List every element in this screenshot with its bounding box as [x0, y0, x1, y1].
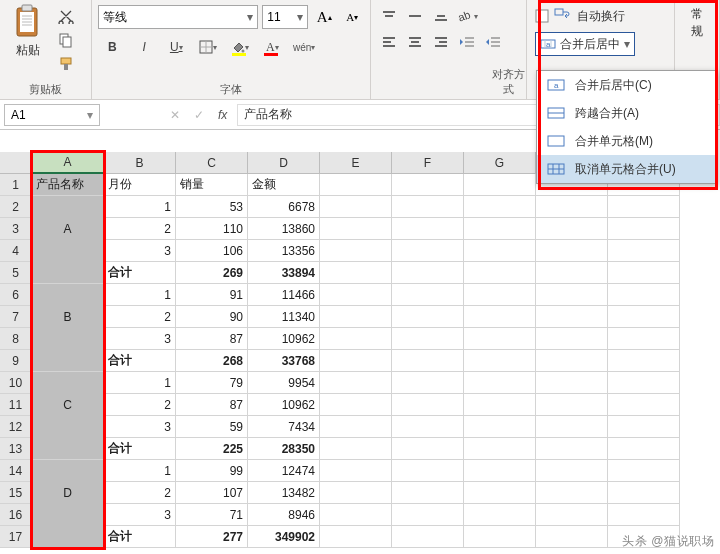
cell[interactable]	[464, 504, 536, 526]
cell[interactable]	[392, 196, 464, 218]
cell[interactable]: 月份	[104, 174, 176, 196]
insert-function-button[interactable]: fx	[218, 108, 227, 122]
border-button[interactable]: ▾	[194, 35, 222, 59]
cell[interactable]	[392, 394, 464, 416]
row-header-6[interactable]: 6	[0, 284, 32, 306]
cell[interactable]: 合计	[104, 350, 176, 372]
cell[interactable]: B	[32, 306, 104, 328]
cell[interactable]	[608, 350, 680, 372]
cell[interactable]	[608, 372, 680, 394]
number-format-select[interactable]: 常规	[681, 4, 713, 42]
row-header-17[interactable]: 17	[0, 526, 32, 548]
cell[interactable]	[320, 394, 392, 416]
cell[interactable]	[464, 438, 536, 460]
underline-button[interactable]: U▾	[162, 35, 190, 59]
row-header-16[interactable]: 16	[0, 504, 32, 526]
cell[interactable]	[320, 416, 392, 438]
row-header-15[interactable]: 15	[0, 482, 32, 504]
cell[interactable]	[464, 394, 536, 416]
cell[interactable]	[32, 460, 104, 482]
bold-button[interactable]: B	[98, 35, 126, 59]
cell[interactable]	[392, 416, 464, 438]
orientation-button[interactable]: ab▾	[455, 4, 479, 28]
cell[interactable]: 11466	[248, 284, 320, 306]
row-header-2[interactable]: 2	[0, 196, 32, 218]
cell[interactable]	[32, 372, 104, 394]
row-header-9[interactable]: 9	[0, 350, 32, 372]
cell[interactable]	[536, 504, 608, 526]
cell[interactable]	[32, 350, 104, 372]
cell[interactable]	[608, 460, 680, 482]
cell[interactable]	[536, 416, 608, 438]
cell[interactable]	[392, 438, 464, 460]
cell[interactable]: 9954	[248, 372, 320, 394]
cut-button[interactable]	[56, 6, 76, 26]
cell[interactable]: 1	[104, 460, 176, 482]
cell[interactable]	[536, 284, 608, 306]
cell[interactable]: 2	[104, 218, 176, 240]
cell[interactable]: 合计	[104, 262, 176, 284]
cell[interactable]: 71	[176, 504, 248, 526]
cell[interactable]: 13356	[248, 240, 320, 262]
cell[interactable]	[608, 240, 680, 262]
cell[interactable]: 10962	[248, 394, 320, 416]
cell[interactable]	[392, 526, 464, 548]
row-header-4[interactable]: 4	[0, 240, 32, 262]
cell[interactable]	[392, 174, 464, 196]
cell[interactable]	[392, 460, 464, 482]
cell[interactable]	[464, 240, 536, 262]
cell[interactable]: 3	[104, 504, 176, 526]
row-header-14[interactable]: 14	[0, 460, 32, 482]
cell[interactable]	[320, 218, 392, 240]
cell[interactable]	[464, 350, 536, 372]
cell[interactable]	[464, 460, 536, 482]
cell[interactable]: 28350	[248, 438, 320, 460]
cell[interactable]	[536, 218, 608, 240]
cell[interactable]: 349902	[248, 526, 320, 548]
row-header-7[interactable]: 7	[0, 306, 32, 328]
cell[interactable]	[608, 416, 680, 438]
cell[interactable]: D	[32, 482, 104, 504]
row-header-8[interactable]: 8	[0, 328, 32, 350]
name-box[interactable]: A1 ▾	[4, 104, 100, 126]
column-header-D[interactable]: D	[248, 152, 320, 174]
cell[interactable]	[320, 504, 392, 526]
copy-button[interactable]	[56, 30, 76, 50]
cell[interactable]	[32, 504, 104, 526]
font-family-select[interactable]: 等线 ▾	[98, 5, 258, 29]
cell[interactable]	[320, 328, 392, 350]
cell[interactable]	[608, 218, 680, 240]
cell[interactable]: 33894	[248, 262, 320, 284]
merge-center-item[interactable]: a 合并后居中(C)	[537, 71, 715, 99]
merge-cells-item[interactable]: 合并单元格(M)	[537, 127, 715, 155]
cell[interactable]	[392, 240, 464, 262]
grow-font-button[interactable]: A▴	[312, 5, 336, 29]
cell[interactable]: 59	[176, 416, 248, 438]
cell[interactable]	[608, 284, 680, 306]
cell[interactable]	[464, 526, 536, 548]
cell[interactable]	[464, 262, 536, 284]
cell[interactable]	[392, 262, 464, 284]
align-middle-button[interactable]	[403, 4, 427, 28]
cell[interactable]: 53	[176, 196, 248, 218]
paste-button[interactable]: 粘贴	[6, 4, 50, 81]
row-header-3[interactable]: 3	[0, 218, 32, 240]
cell[interactable]	[32, 262, 104, 284]
cell[interactable]: 11340	[248, 306, 320, 328]
cell[interactable]	[320, 350, 392, 372]
cell[interactable]	[320, 306, 392, 328]
cell[interactable]: 90	[176, 306, 248, 328]
cell[interactable]: 12474	[248, 460, 320, 482]
cell[interactable]: 1	[104, 196, 176, 218]
cell[interactable]: 3	[104, 416, 176, 438]
cell[interactable]	[32, 526, 104, 548]
column-header-F[interactable]: F	[392, 152, 464, 174]
cell[interactable]: C	[32, 394, 104, 416]
font-size-select[interactable]: 11 ▾	[262, 5, 308, 29]
cell[interactable]	[392, 284, 464, 306]
cell[interactable]	[536, 306, 608, 328]
cell[interactable]	[392, 328, 464, 350]
cell[interactable]	[320, 460, 392, 482]
cell[interactable]: 合计	[104, 438, 176, 460]
cell[interactable]	[536, 196, 608, 218]
